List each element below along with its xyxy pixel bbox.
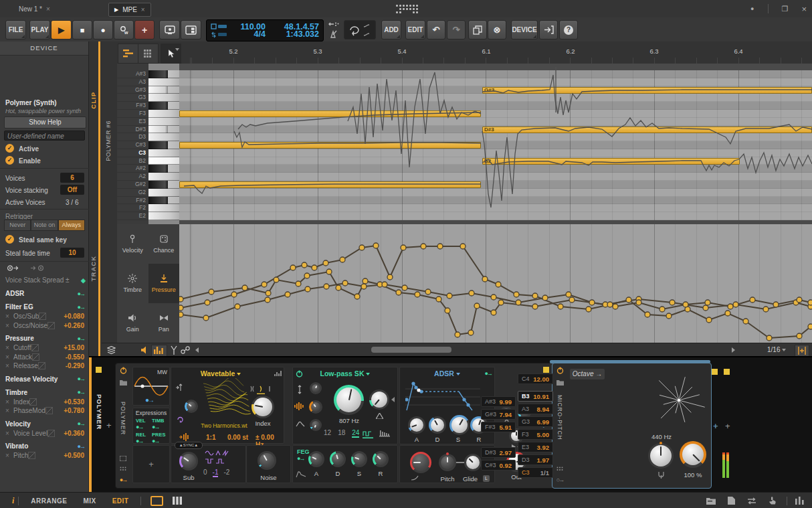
pressure-point[interactable] (387, 274, 393, 280)
punch-metronome-icons[interactable] (327, 21, 340, 39)
device-drag-handle-left[interactable] (543, 367, 549, 373)
sub-oscillator-cell[interactable]: Sub 0-1-2 (171, 445, 246, 483)
pressure-point[interactable] (474, 303, 480, 309)
snap-toggle[interactable] (795, 345, 809, 357)
mod-curve-icon[interactable] (31, 344, 39, 351)
pressure-point[interactable] (242, 285, 247, 290)
sub-knob[interactable] (179, 452, 198, 471)
filter-mode-icons[interactable] (363, 429, 392, 438)
pressure-point[interactable] (607, 302, 613, 307)
micropitch-cell-A3[interactable]: A38.94 (518, 404, 553, 414)
enable-checkbox[interactable]: ✓ (5, 156, 14, 165)
filter-envelope-cell[interactable]: FEG ●→ ADSR (292, 445, 398, 483)
song-time-value[interactable]: 1:43.032 (270, 29, 319, 39)
pressure-point[interactable] (589, 300, 595, 305)
sub-octave--2[interactable]: -2 (223, 469, 229, 477)
pressure-point[interactable] (498, 300, 504, 305)
piano-key-A#2[interactable] (148, 165, 179, 173)
device-power-icon[interactable] (556, 367, 564, 374)
restore-icon[interactable]: ❐ (782, 5, 789, 13)
cutoff-value[interactable]: 807 Hz (330, 417, 368, 424)
filter-type-dropdown[interactable]: Low-pass SK (306, 369, 384, 377)
device-preset-icon[interactable] (120, 379, 127, 386)
note-B2[interactable]: B2 (482, 158, 740, 165)
pressure-point[interactable] (179, 297, 183, 302)
document-tab-active[interactable]: ▶ MPE × (108, 3, 151, 17)
expression-tab-velocity[interactable]: Velocity (117, 224, 148, 264)
retrigger-option-never[interactable]: Never (4, 220, 31, 231)
mini-spectrum-icon[interactable] (274, 370, 282, 376)
mod-source-timbre[interactable]: Timbre●→ (5, 389, 84, 396)
piano-key-A2[interactable] (148, 173, 179, 181)
device-name-input[interactable]: User-defined name (4, 131, 85, 141)
micropitch-cell-B3[interactable]: B310.91 (518, 391, 553, 402)
osc-semitone-value[interactable]: 0.00 st (227, 434, 248, 441)
pressure-point[interactable] (797, 297, 802, 303)
mod-target-index[interactable]: ×Index+0.530 (5, 398, 84, 406)
track-name-vertical[interactable]: POLYMER (96, 394, 103, 430)
add-oscillator-slot[interactable]: + (132, 445, 170, 483)
micropitch-cell-F#3[interactable]: F#35.91 (481, 422, 516, 432)
pressure-point[interactable] (363, 278, 368, 284)
tab-clip[interactable]: CLIP (90, 92, 97, 109)
filter-slope-24[interactable]: 24 (352, 429, 359, 438)
loop-fades-button[interactable] (344, 20, 376, 39)
remove-modulation-icon[interactable]: × (5, 344, 13, 351)
file-menu-button[interactable]: FILE (5, 20, 26, 39)
overdub-button[interactable]: w (114, 20, 134, 39)
undo-button[interactable]: ↶ (427, 20, 445, 39)
noise-cell[interactable]: Noise (246, 445, 291, 483)
pressure-point[interactable] (750, 297, 755, 303)
micropitch-cell-C3[interactable]: C31/1 (518, 467, 553, 478)
mod-amount-value[interactable]: +0.080 (64, 313, 84, 320)
multi-pane-layout-icon[interactable] (173, 497, 182, 505)
filter-small-knob-3[interactable] (310, 419, 322, 431)
mod-curve-icon[interactable] (47, 322, 55, 329)
pressure-point[interactable] (231, 292, 237, 297)
mod-target-phasemod[interactable]: ×PhaseMod+0.780 (5, 407, 84, 414)
pressure-point[interactable] (326, 269, 332, 274)
active-checkbox[interactable]: ✓ (5, 144, 14, 153)
micropitch-cell-A#3[interactable]: A#39.99 (481, 396, 516, 407)
pressure-point[interactable] (808, 324, 812, 329)
pressure-point[interactable] (532, 304, 538, 309)
pressure-point[interactable] (666, 313, 672, 319)
mixer-meter-icon[interactable] (795, 497, 804, 505)
expression-mod-vel[interactable]: VEL●→ (136, 418, 152, 430)
document-tab-inactive[interactable]: New 1 * × (13, 3, 56, 15)
pressure-point[interactable] (468, 330, 474, 335)
mod-source-voice-stack-spread-[interactable]: Voice Stack Spread ±◈ (5, 276, 84, 284)
pressure-point[interactable] (302, 262, 307, 268)
device-menu-button[interactable]: DEVICE (511, 20, 538, 39)
audition-icon[interactable] (140, 346, 148, 354)
horizontal-scrollbar[interactable] (371, 347, 451, 353)
play-menu-button[interactable]: PLAY (29, 20, 50, 39)
pressure-point[interactable] (445, 308, 450, 313)
mod-amount-value[interactable]: +0.780 (64, 407, 84, 414)
pressure-point[interactable] (305, 286, 310, 292)
pressure-point[interactable] (670, 300, 675, 305)
unison-mode-icons[interactable] (249, 385, 274, 394)
pressure-point[interactable] (274, 277, 279, 282)
session-indicator-icon[interactable]: ● (750, 5, 754, 12)
pressure-point[interactable] (304, 273, 310, 278)
device-preset-icon[interactable] (556, 379, 564, 386)
pressure-point[interactable] (728, 304, 733, 309)
filter-small-knob-2[interactable] (309, 400, 322, 414)
micropitch-cell-C#3[interactable]: C#30.92 (481, 460, 516, 471)
pressure-point[interactable] (290, 265, 296, 270)
add-track-button[interactable]: + (134, 20, 155, 39)
cutoff-knob[interactable] (334, 385, 364, 415)
loop-mode-icon[interactable] (177, 416, 184, 423)
piano-key-G2[interactable] (148, 189, 179, 197)
remove-modulation-icon[interactable]: × (5, 398, 13, 406)
pressure-point[interactable] (569, 297, 575, 303)
mod-curve-icon[interactable] (45, 407, 53, 414)
pressure-point[interactable] (659, 307, 665, 312)
scroll-left-icon[interactable] (195, 347, 199, 353)
piano-key-F3[interactable] (148, 110, 179, 118)
pressure-point[interactable] (645, 312, 650, 317)
steal-same-key-checkbox[interactable]: ✓ (5, 235, 14, 244)
delete-button[interactable]: ⊗ (488, 20, 506, 39)
pressure-point[interactable] (706, 317, 712, 323)
